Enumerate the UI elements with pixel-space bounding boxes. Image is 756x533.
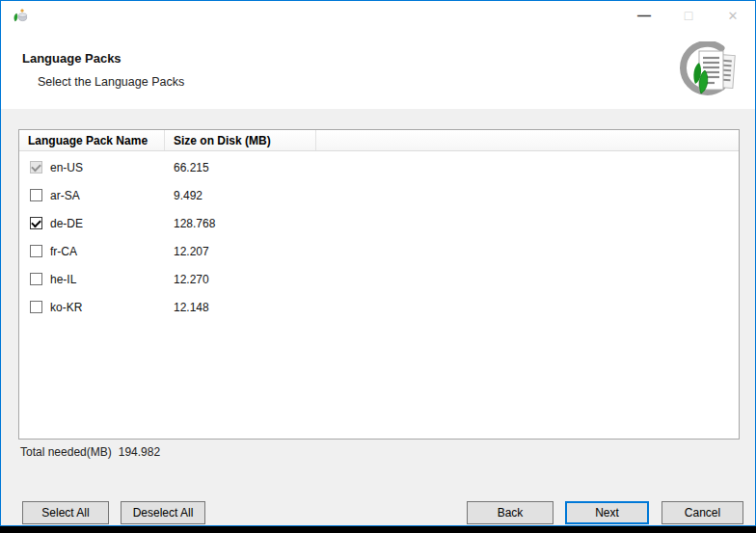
- header: Language Packs Select the Language Packs: [1, 30, 755, 109]
- screen: — □ ✕ Language Packs Select the Language…: [0, 0, 756, 533]
- total-needed: Total needed(MB)194.982: [20, 445, 160, 459]
- next-button[interactable]: Next: [565, 501, 649, 524]
- table-row: fr-CA 12.207: [19, 237, 739, 265]
- table-row: ar-SA 9.492: [19, 181, 739, 209]
- language-size: 12.270: [174, 273, 209, 286]
- row-checkbox-he-IL[interactable]: [30, 273, 42, 285]
- page-subtitle: Select the Language Packs: [38, 75, 184, 89]
- language-name: he-IL: [50, 273, 174, 286]
- app-icon: [13, 8, 28, 23]
- back-button[interactable]: Back: [467, 501, 554, 524]
- language-name: ar-SA: [50, 189, 174, 202]
- deployment-tool-logo-icon: [676, 41, 740, 101]
- language-size: 66.215: [174, 161, 209, 174]
- total-needed-value: 194.982: [119, 445, 160, 459]
- language-name: de-DE: [50, 217, 174, 230]
- language-size: 12.148: [174, 301, 209, 314]
- total-needed-label: Total needed(MB): [20, 445, 112, 459]
- body: Language Pack Name Size on Disk (MB) en-…: [1, 109, 755, 525]
- language-size: 9.492: [174, 189, 202, 202]
- row-checkbox-en-US: [30, 161, 42, 173]
- table-row: de-DE 128.768: [19, 209, 739, 237]
- language-size: 12.207: [174, 245, 209, 258]
- language-pack-table: Language Pack Name Size on Disk (MB) en-…: [18, 129, 740, 440]
- table-rows: en-US 66.215 ar-SA 9.492 de-DE 128.768: [19, 151, 739, 321]
- language-name: en-US: [50, 161, 174, 174]
- window-controls: — □ ✕: [622, 1, 755, 30]
- titlebar: — □ ✕: [1, 1, 755, 30]
- table-header: Language Pack Name Size on Disk (MB): [19, 130, 739, 151]
- cancel-button[interactable]: Cancel: [662, 501, 743, 524]
- minimize-icon[interactable]: —: [622, 1, 666, 30]
- table-row: ko-KR 12.148: [19, 293, 739, 321]
- language-name: ko-KR: [50, 301, 174, 314]
- language-name: fr-CA: [50, 245, 174, 258]
- column-header-empty: [316, 130, 739, 150]
- select-all-button[interactable]: Select All: [22, 501, 109, 524]
- row-checkbox-ko-KR[interactable]: [30, 301, 42, 313]
- table-row: he-IL 12.270: [19, 265, 739, 293]
- page-title: Language Packs: [22, 51, 122, 66]
- deselect-all-button[interactable]: Deselect All: [121, 501, 205, 524]
- row-checkbox-de-DE[interactable]: [30, 217, 42, 229]
- table-row: en-US 66.215: [19, 153, 739, 181]
- close-icon[interactable]: ✕: [711, 1, 755, 30]
- language-size: 128.768: [174, 217, 215, 230]
- column-header-size[interactable]: Size on Disk (MB): [165, 130, 316, 150]
- row-checkbox-fr-CA[interactable]: [30, 245, 42, 257]
- column-header-name[interactable]: Language Pack Name: [19, 130, 165, 150]
- maximize-icon: □: [666, 1, 711, 30]
- language-packs-window: — □ ✕ Language Packs Select the Language…: [0, 0, 756, 526]
- row-checkbox-ar-SA[interactable]: [30, 189, 42, 201]
